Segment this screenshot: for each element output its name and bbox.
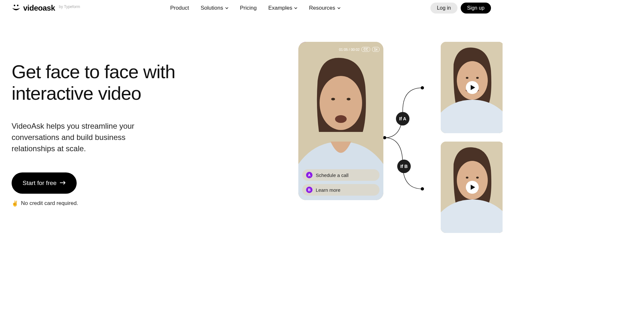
option-label: Schedule a call — [316, 172, 349, 178]
chevron-down-icon — [337, 6, 341, 10]
branch-dot-center — [383, 136, 386, 139]
login-button[interactable]: Log in — [430, 3, 457, 14]
hero-visual: 01:05 / 00:02 CC 1x A Schedule a call B … — [237, 61, 491, 207]
nav-solutions[interactable]: Solutions — [201, 5, 228, 11]
video-options: A Schedule a call B Learn more — [302, 169, 380, 196]
svg-point-12 — [457, 161, 488, 199]
nav-pricing-label: Pricing — [240, 5, 257, 11]
branch-dot-bottom — [421, 187, 424, 190]
play-icon — [466, 81, 479, 94]
peace-emoji-icon: ✌️ — [12, 200, 18, 207]
play-icon — [466, 181, 479, 194]
nav-product[interactable]: Product — [170, 5, 189, 11]
videoask-logo-icon — [12, 4, 21, 12]
svg-point-5 — [347, 98, 351, 100]
branch-thumbnail-b[interactable] — [441, 142, 503, 233]
option-badge-b: B — [306, 187, 312, 193]
svg-point-6 — [335, 115, 347, 123]
cta-label: Start for free — [23, 180, 57, 187]
svg-point-10 — [476, 77, 479, 79]
cta-group: Start for free ✌️ No credit card require… — [12, 172, 218, 207]
nav-solutions-label: Solutions — [201, 5, 223, 11]
option-schedule-call[interactable]: A Schedule a call — [302, 169, 380, 181]
svg-point-1 — [17, 5, 19, 6]
main-nav: Product Solutions Pricing Examples Resou… — [170, 5, 340, 11]
branch-curves — [383, 84, 425, 193]
option-badge-a: A — [306, 172, 312, 178]
nav-pricing[interactable]: Pricing — [240, 5, 257, 11]
start-for-free-button[interactable]: Start for free — [12, 172, 77, 194]
signup-button[interactable]: Sign up — [461, 3, 491, 14]
cta-note-text: No credit card required. — [21, 200, 78, 207]
svg-point-4 — [331, 98, 335, 100]
branch-node-if-a: If A — [396, 112, 409, 125]
nav-resources-label: Resources — [309, 5, 335, 11]
hero-section: Get face to face with interactive video … — [0, 61, 503, 207]
nav-examples-label: Examples — [268, 5, 293, 11]
logo-group: videoask by Typeform — [12, 4, 80, 13]
site-header: videoask by Typeform Product Solutions P… — [0, 0, 503, 16]
svg-point-8 — [457, 61, 488, 100]
option-label: Learn more — [316, 187, 341, 193]
auth-buttons: Log in Sign up — [430, 3, 491, 14]
hero-subtitle: VideoAsk helps you streamline your conve… — [12, 121, 166, 154]
hero-title: Get face to face with interactive video — [12, 61, 218, 104]
nav-examples[interactable]: Examples — [268, 5, 298, 11]
svg-point-9 — [466, 77, 468, 79]
phone-mockup: 01:05 / 00:02 CC 1x A Schedule a call B … — [298, 42, 383, 200]
branch-dot-top — [421, 86, 424, 89]
option-learn-more[interactable]: B Learn more — [302, 184, 380, 196]
logo-byline: by Typeform — [59, 5, 80, 9]
video-time: 01:05 / 00:02 — [339, 48, 360, 51]
cta-note: ✌️ No credit card required. — [12, 200, 218, 207]
chevron-down-icon — [225, 6, 228, 10]
branch-thumbnail-a[interactable] — [441, 42, 503, 133]
arrow-right-icon — [60, 180, 66, 187]
nav-product-label: Product — [170, 5, 189, 11]
nav-resources[interactable]: Resources — [309, 5, 340, 11]
chevron-down-icon — [294, 6, 297, 10]
svg-point-14 — [476, 177, 479, 179]
hero-left: Get face to face with interactive video … — [12, 61, 218, 207]
logo-text: videoask — [23, 4, 55, 13]
branch-node-if-b: If B — [397, 160, 411, 173]
speed-toggle[interactable]: 1x — [372, 47, 380, 52]
cc-toggle[interactable]: CC — [361, 47, 370, 52]
svg-point-0 — [14, 5, 15, 6]
svg-point-13 — [466, 177, 468, 179]
video-top-bar: 01:05 / 00:02 CC 1x — [302, 47, 380, 52]
